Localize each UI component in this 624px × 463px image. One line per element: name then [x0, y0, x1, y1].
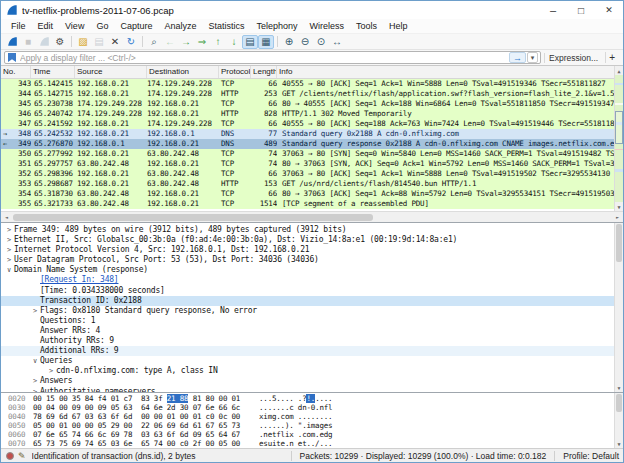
bookmark-icon[interactable] — [8, 53, 16, 62]
expander-icon[interactable]: > — [46, 366, 56, 376]
expander-icon[interactable]: > — [4, 245, 14, 255]
zoom-reset-icon[interactable]: ⊙ — [313, 35, 329, 49]
menu-item-capture[interactable]: Capture — [114, 21, 158, 31]
minimize-button[interactable] — [539, 1, 567, 19]
expander-icon[interactable]: > — [4, 235, 14, 245]
detail-line-10[interactable]: Answer RRs: 4 — [1, 326, 623, 336]
reload-file-icon[interactable]: ↻ — [123, 35, 139, 49]
detail-line-6[interactable]: [Time: 0.034338000 seconds] — [1, 286, 623, 296]
expert-info-icon[interactable] — [6, 452, 14, 460]
packet-row-347[interactable]: 34765.241592192.168.0.21174.129.249.228T… — [1, 119, 623, 129]
expander-icon[interactable]: ∨ — [4, 265, 14, 275]
open-file-icon[interactable]: ▨ — [75, 35, 91, 49]
close-button[interactable] — [595, 1, 623, 19]
scrollbar-minimap[interactable] — [615, 75, 623, 202]
scroll-right-icon[interactable] — [612, 212, 623, 222]
capture-options-icon[interactable]: ⚙ — [52, 35, 68, 49]
auto-scroll-icon[interactable]: ▤ — [242, 35, 258, 49]
capture-comment-icon[interactable] — [18, 451, 26, 461]
apply-filter-button[interactable] — [509, 52, 526, 63]
menu-item-edit[interactable]: Edit — [32, 21, 60, 31]
menu-item-help[interactable]: Help — [383, 21, 414, 31]
packet-row-349[interactable]: ←34965.276870192.168.0.1192.168.0.21DNS4… — [1, 139, 623, 149]
colorize-icon[interactable]: ▦ — [258, 35, 274, 49]
expander-icon[interactable]: > — [30, 306, 40, 316]
display-filter-input[interactable] — [20, 52, 509, 63]
detail-line-5[interactable]: [Request In: 348] — [1, 275, 623, 285]
menu-item-analyze[interactable]: Analyze — [158, 21, 202, 31]
scroll-up-icon[interactable] — [615, 66, 623, 75]
detail-line-1[interactable]: >Ethernet II, Src: Globalsc_00:3b:0a (f0… — [1, 235, 623, 245]
column-header-no[interactable]: No. — [1, 66, 31, 78]
resize-columns-icon[interactable]: ↔ — [329, 35, 345, 49]
packet-row-344[interactable]: 34465.142715192.168.0.21174.129.249.228H… — [1, 89, 623, 99]
detail-line-8[interactable]: >Flags: 0x8180 Standard query response, … — [1, 306, 623, 316]
details-vscrollbar[interactable] — [614, 223, 623, 392]
expander-icon[interactable]: > — [30, 376, 40, 386]
menu-item-view[interactable]: View — [59, 21, 90, 31]
menu-item-telephony[interactable]: Telephony — [250, 21, 303, 31]
hex-row-0030[interactable]: 003000 04 00 09 00 09 05 63 64 6e 2d 30 … — [1, 403, 623, 412]
packet-row-350[interactable]: 35065.277992192.168.0.2163.80.242.48TCP7… — [1, 149, 623, 159]
column-header-length[interactable]: Length — [251, 66, 277, 78]
detail-line-7[interactable]: Transaction ID: 0x2188 — [1, 296, 623, 306]
go-forward-icon[interactable]: → — [178, 35, 194, 49]
scroll-left-icon[interactable] — [1, 212, 12, 222]
detail-line-0[interactable]: >Frame 349: 489 bytes on wire (3912 bits… — [1, 225, 623, 235]
go-back-icon[interactable]: ← — [162, 35, 178, 49]
zoom-out-icon[interactable]: ⊖ — [297, 35, 313, 49]
hscroll-thumb[interactable] — [13, 214, 373, 221]
column-header-source[interactable]: Source — [75, 66, 147, 78]
menu-item-wireless[interactable]: Wireless — [304, 21, 351, 31]
expression-button[interactable]: Expression... — [544, 53, 602, 63]
packet-row-352[interactable]: 35265.298396192.168.0.2163.80.242.48TCP6… — [1, 169, 623, 179]
zoom-in-icon[interactable]: ⊕ — [281, 35, 297, 49]
scroll-down-icon[interactable] — [615, 202, 623, 211]
find-packet-icon[interactable]: ⌕ — [146, 35, 162, 49]
detail-line-12[interactable]: Additional RRs: 9 — [1, 346, 623, 356]
packet-row-343[interactable]: 34365.142415192.168.0.21174.129.249.228T… — [1, 79, 623, 89]
go-last-icon[interactable]: ↓ — [226, 35, 242, 49]
column-header-protocol[interactable]: Protocol — [219, 66, 251, 78]
hex-row-0070[interactable]: 007065 73 75 69 74 65 03 6e 65 74 00 c0 … — [1, 439, 623, 448]
add-filter-button[interactable]: + — [605, 52, 620, 63]
detail-line-15[interactable]: >Answers — [1, 376, 623, 386]
detail-line-13[interactable]: ∨Queries — [1, 356, 623, 366]
bytes-scroll-thumb[interactable] — [616, 394, 622, 412]
packet-list-vscrollbar[interactable] — [614, 66, 623, 211]
restart-capture-icon[interactable] — [36, 35, 52, 49]
column-header-destination[interactable]: Destination — [147, 66, 219, 78]
hex-row-0040[interactable]: 004078 69 6d 67 03 63 6f 6d 00 00 01 00 … — [1, 412, 623, 421]
stop-capture-icon[interactable]: ■ — [20, 35, 36, 49]
packet-list-hscrollbar[interactable] — [1, 211, 623, 222]
save-file-icon[interactable]: ▤ — [91, 35, 107, 49]
packet-row-345[interactable]: 34565.230738174.129.249.228192.168.0.21T… — [1, 99, 623, 109]
column-header-info[interactable]: Info — [277, 66, 623, 78]
menu-item-tools[interactable]: Tools — [350, 21, 383, 31]
detail-line-3[interactable]: >User Datagram Protocol, Src Port: 53 (5… — [1, 255, 623, 265]
detail-line-4[interactable]: ∨Domain Name System (response) — [1, 265, 623, 275]
expander-icon[interactable]: ∨ — [30, 356, 40, 366]
detail-line-9[interactable]: Questions: 1 — [1, 316, 623, 326]
packet-row-351[interactable]: 35165.29775763.80.242.48192.168.0.21TCP7… — [1, 159, 623, 169]
go-first-icon[interactable]: ↑ — [210, 35, 226, 49]
maximize-button[interactable] — [567, 1, 595, 19]
column-header-time[interactable]: Time — [31, 66, 75, 78]
detail-text[interactable]: [Request In: 348] — [40, 275, 118, 285]
bytes-scroll-down-icon[interactable] — [615, 439, 623, 448]
menu-item-statistics[interactable]: Statistics — [202, 21, 250, 31]
filter-dropdown-button[interactable] — [527, 52, 538, 63]
hex-row-0050[interactable]: 005005 00 01 00 00 05 29 00 22 06 69 6d … — [1, 421, 623, 430]
hex-row-0020[interactable]: 002000 15 00 35 84 f4 01 c7 83 3f 21 88 … — [1, 394, 623, 403]
bytes-vscrollbar[interactable] — [614, 393, 623, 448]
menu-item-go[interactable]: Go — [90, 21, 114, 31]
profile-text[interactable]: Profile: Default — [559, 451, 623, 461]
detail-line-14[interactable]: >cdn-0.nflximg.com: type A, class IN — [1, 366, 623, 376]
hex-row-0060[interactable]: 006007 6e 65 74 66 6c 69 78 03 63 6f 6d … — [1, 430, 623, 439]
details-scroll-thumb[interactable] — [616, 224, 622, 262]
detail-line-11[interactable]: Authority RRs: 9 — [1, 336, 623, 346]
packet-row-348[interactable]: →34865.242532192.168.0.21192.168.0.1DNS7… — [1, 129, 623, 139]
menu-item-file[interactable]: File — [5, 21, 32, 31]
expander-icon[interactable]: > — [4, 255, 14, 265]
packet-row-354[interactable]: 35465.31873063.80.242.48192.168.0.21TCP6… — [1, 189, 623, 199]
